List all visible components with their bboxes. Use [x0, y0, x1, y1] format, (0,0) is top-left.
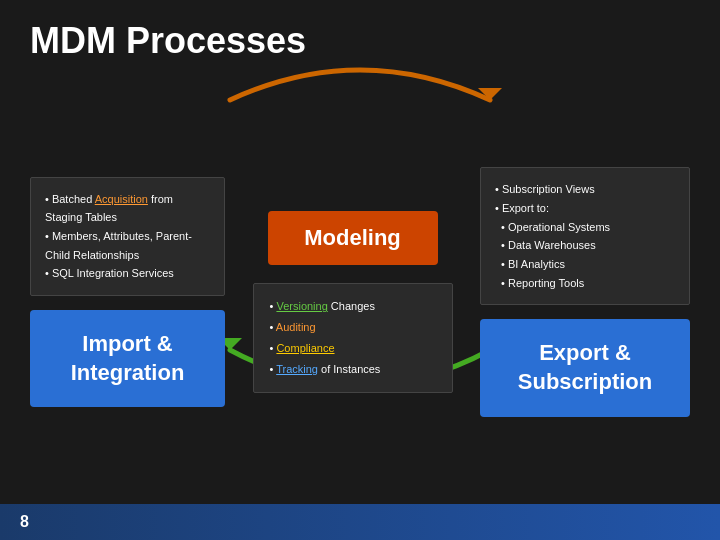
compliance-highlight: Compliance [276, 342, 334, 354]
right-bullets: • Subscription Views • Export to: • Oper… [480, 167, 690, 305]
tracking-highlight: Tracking [276, 363, 318, 375]
modeling-box: Modeling [268, 211, 438, 265]
export-subscription-box: Export & Subscription [480, 319, 690, 416]
left-bullets: • Batched Acquisition from Staging Table… [30, 177, 225, 296]
import-integration-box: Import & Integration [30, 310, 225, 407]
footer-number: 8 [20, 513, 29, 531]
left-panel: • Batched Acquisition from Staging Table… [30, 177, 225, 408]
footer-bar: 8 [0, 504, 720, 540]
page-title: MDM Processes [0, 0, 720, 72]
acquisition-highlight: Acquisition [95, 193, 148, 205]
main-content: • Batched Acquisition from Staging Table… [0, 72, 720, 532]
right-panel: • Subscription Views • Export to: • Oper… [480, 167, 690, 416]
versioning-highlight: Versioning [276, 300, 327, 312]
auditing-highlight: Auditing [276, 321, 316, 333]
center-panel: Modeling • Versioning Changes • Auditing… [243, 211, 463, 393]
center-bullets: • Versioning Changes • Auditing • Compli… [253, 283, 453, 393]
